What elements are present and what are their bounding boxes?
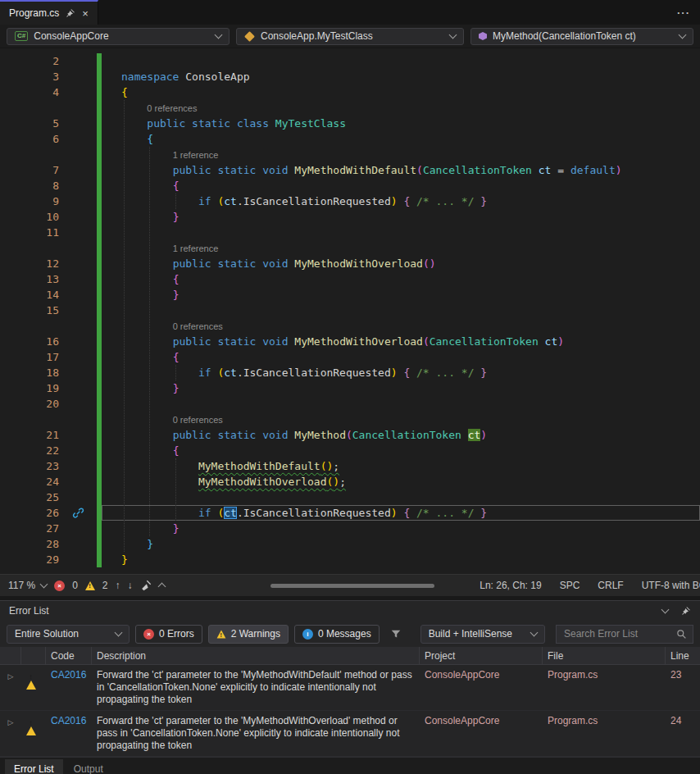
member-dropdown[interactable]: MyMethod(CancellationToken ct): [470, 28, 693, 45]
header-file[interactable]: File: [543, 647, 666, 664]
code-line[interactable]: 4{: [0, 84, 700, 100]
header-line[interactable]: Line: [666, 647, 700, 664]
messages-filter-button[interactable]: i 0 Messages: [294, 625, 380, 644]
line-number: 8: [0, 178, 59, 194]
tab-error-list[interactable]: Error List: [5, 759, 63, 774]
error-list-row[interactable]: ▷CA2016Forward the 'ct' parameter to the…: [0, 711, 700, 757]
code-line[interactable]: 20: [0, 396, 700, 412]
warning-count[interactable]: 2: [102, 580, 108, 591]
codelens-references-link[interactable]: 1 reference: [173, 241, 219, 257]
token: MyMethodWithDefault: [294, 164, 416, 176]
code-cleanup-broom-icon[interactable]: [140, 580, 152, 591]
error-code-link[interactable]: CA2016: [46, 714, 92, 728]
code-line[interactable]: 9 if (ct.IsCancellationRequested) { /* .…: [0, 194, 700, 209]
pin-icon[interactable]: [66, 8, 75, 18]
previous-issue-icon[interactable]: ↑: [116, 580, 120, 591]
glyph-margin: [59, 380, 97, 396]
code-line[interactable]: 2: [0, 53, 700, 69]
code-line[interactable]: 23 MyMethodWithDefault();: [0, 458, 700, 474]
code-line[interactable]: 13 {: [0, 271, 700, 287]
vs-window: Program.cs × ··· C# ConsoleAppCore Conso…: [0, 0, 700, 774]
caret-position[interactable]: Ln: 26, Ch: 19: [480, 580, 541, 591]
row-expander-icon[interactable]: ▷: [0, 714, 21, 730]
editor-status-bar: 117 % × 0 2 ↑ ↓ Ln: 26, Ch: 19 SPC CRLF …: [0, 574, 700, 596]
code-line[interactable]: 8 {: [0, 178, 700, 194]
errors-filter-button[interactable]: × 0 Errors: [135, 625, 202, 644]
code-editor[interactable]: 23namespace ConsoleApp4{0 references5 pu…: [0, 48, 700, 574]
code-line[interactable]: 6 {: [0, 131, 700, 147]
code-line[interactable]: 26 if (ct.IsCancellationRequested) { /* …: [0, 505, 700, 521]
class-dropdown[interactable]: ConsoleApp.MyTestClass: [236, 28, 464, 45]
code-line[interactable]: 15: [0, 303, 700, 318]
code-line[interactable]: 12 public static void MyMethodWithOverlo…: [0, 256, 700, 271]
code-line[interactable]: 28 }: [0, 536, 700, 552]
header-description[interactable]: Description: [92, 647, 420, 664]
search-input[interactable]: [562, 627, 671, 640]
token: public static void: [173, 164, 295, 176]
source-dropdown[interactable]: Build + IntelliSense: [420, 625, 545, 644]
code-line[interactable]: 10 }: [0, 209, 700, 225]
project-dropdown[interactable]: C# ConsoleAppCore: [7, 28, 230, 45]
code-text: public static void MyMethodWithOverload(…: [102, 256, 700, 271]
zoom-control[interactable]: 117 %: [8, 580, 47, 591]
codelens-references-link[interactable]: 0 references: [173, 319, 223, 335]
header-project[interactable]: Project: [420, 647, 543, 664]
error-code-link[interactable]: CA2016: [46, 668, 92, 682]
token: {: [173, 351, 180, 363]
error-count[interactable]: 0: [72, 580, 78, 591]
codelens-row[interactable]: 1 reference: [0, 147, 700, 162]
code-line[interactable]: 7 public static void MyMethodWithDefault…: [0, 162, 700, 178]
codelens-references-link[interactable]: 0 references: [147, 101, 197, 116]
filter-icon[interactable]: [390, 628, 402, 640]
code-line[interactable]: 22 {: [0, 443, 700, 458]
code-line[interactable]: 19 }: [0, 380, 700, 396]
error-list-row[interactable]: ▷CA2016Forward the 'ct' parameter to the…: [0, 665, 700, 711]
token: [410, 367, 416, 379]
codelens-row[interactable]: 0 references: [0, 318, 700, 334]
next-issue-icon[interactable]: ↓: [128, 580, 133, 591]
code-line[interactable]: 11: [0, 225, 700, 240]
search-icon[interactable]: [676, 629, 687, 640]
panel-title-bar: Error List: [0, 601, 700, 621]
indentation-mode[interactable]: SPC: [560, 580, 580, 591]
code-line[interactable]: 27 }: [0, 521, 700, 536]
glyph-margin: [59, 178, 97, 194]
code-line[interactable]: 18 if (ct.IsCancellationRequested) { /* …: [0, 365, 700, 380]
codelens-row[interactable]: 0 references: [0, 100, 700, 116]
expand-health-indicator-icon[interactable]: [157, 583, 166, 591]
token: ): [333, 476, 339, 488]
tab-program-cs[interactable]: Program.cs ×: [0, 0, 98, 25]
close-icon[interactable]: ×: [82, 8, 89, 19]
warnings-filter-button[interactable]: 2 Warnings: [208, 625, 289, 644]
error-count-icon[interactable]: ×: [54, 580, 65, 591]
window-position-chevron-icon[interactable]: [661, 606, 670, 614]
code-line[interactable]: 29}: [0, 552, 700, 567]
file-encoding[interactable]: UTF-8 with BOM: [642, 580, 700, 591]
code-line[interactable]: 16 public static void MyMethodWithOverlo…: [0, 334, 700, 349]
codelens-references-link[interactable]: 1 reference: [173, 148, 219, 163]
more-options-icon[interactable]: ···: [667, 7, 700, 19]
horizontal-scrollbar-thumb[interactable]: [270, 584, 434, 588]
header-code[interactable]: Code: [46, 647, 92, 664]
scope-dropdown[interactable]: Entire Solution: [7, 625, 130, 644]
line-ending[interactable]: CRLF: [598, 580, 623, 591]
code-line[interactable]: 5 public static class MyTestClass: [0, 116, 700, 131]
row-expander-icon[interactable]: ▷: [0, 668, 21, 684]
token: }: [173, 211, 180, 223]
codelens-references-link[interactable]: 0 references: [173, 412, 223, 428]
warning-count-icon[interactable]: [85, 581, 95, 590]
code-line[interactable]: 17 {: [0, 349, 700, 365]
code-line[interactable]: 14 }: [0, 287, 700, 303]
codelens-row[interactable]: 0 references: [0, 412, 700, 427]
pin-icon[interactable]: [681, 606, 691, 616]
tab-output[interactable]: Output: [65, 759, 112, 774]
code-line[interactable]: 21 public static void MyMethod(Cancellat…: [0, 427, 700, 443]
code-line[interactable]: 3namespace ConsoleApp: [0, 69, 700, 84]
margin-link-icon[interactable]: [59, 505, 97, 521]
warning-icon: [21, 668, 46, 682]
member-dropdown-label: MyMethod(CancellationToken ct): [493, 30, 674, 42]
code-line[interactable]: 25: [0, 489, 700, 505]
token: [121, 164, 173, 176]
code-line[interactable]: 24 MyMethodWithOverload();: [0, 474, 700, 489]
codelens-row[interactable]: 1 reference: [0, 240, 700, 256]
